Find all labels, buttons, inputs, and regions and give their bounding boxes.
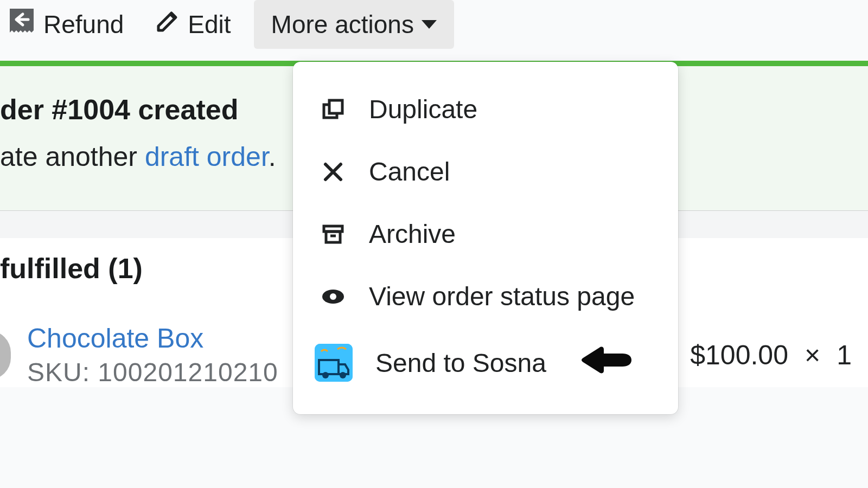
duplicate-icon: [320, 97, 346, 123]
svg-point-6: [330, 293, 336, 300]
refund-icon: [8, 7, 36, 43]
dropdown-item-view-status[interactable]: View order status page: [293, 265, 678, 328]
times-symbol: ×: [805, 339, 820, 371]
pointing-hand-icon: [580, 345, 634, 381]
dropdown-item-label: Archive: [369, 219, 456, 249]
line-item-price: $100.00 × 1: [690, 339, 852, 371]
dropdown-item-send-to-sosna[interactable]: Send to Sosna: [293, 328, 678, 398]
more-actions-dropdown: Duplicate Cancel Archive View order stat…: [293, 62, 678, 414]
banner-subtext-prefix: ate another: [0, 142, 145, 172]
eye-icon: [320, 284, 346, 310]
product-sku: SKU: 100201210210: [27, 357, 278, 387]
order-toolbar: Refund Edit More actions: [0, 0, 868, 61]
pencil-icon: [154, 9, 180, 41]
dropdown-item-label: Send to Sosna: [375, 348, 546, 378]
quantity: 1: [837, 339, 852, 371]
svg-rect-7: [315, 344, 353, 382]
more-actions-label: More actions: [271, 10, 414, 39]
caret-down-icon: [422, 20, 437, 29]
product-name-link[interactable]: Chocolate Box: [27, 323, 278, 354]
product-thumbnail: [0, 331, 11, 380]
edit-label: Edit: [188, 10, 231, 39]
dropdown-item-label: View order status page: [369, 281, 635, 311]
dropdown-item-archive[interactable]: Archive: [293, 203, 678, 265]
edit-button[interactable]: Edit: [146, 4, 238, 45]
svg-point-9: [322, 372, 329, 378]
dropdown-item-duplicate[interactable]: Duplicate: [293, 78, 678, 140]
refund-button[interactable]: Refund: [0, 2, 131, 47]
banner-subtext-suffix: .: [269, 142, 276, 172]
close-icon: [320, 159, 346, 185]
product-info: Chocolate Box SKU: 100201210210: [27, 323, 278, 387]
more-actions-button[interactable]: More actions: [254, 0, 454, 49]
refund-label: Refund: [43, 10, 124, 39]
dropdown-item-label: Duplicate: [369, 94, 477, 124]
dropdown-item-label: Cancel: [369, 157, 450, 187]
archive-icon: [320, 221, 346, 247]
unit-price: $100.00: [690, 339, 788, 371]
svg-point-10: [340, 372, 346, 378]
sosna-app-icon: [315, 344, 353, 382]
dropdown-item-cancel[interactable]: Cancel: [293, 140, 678, 203]
svg-rect-1: [329, 100, 342, 113]
draft-order-link[interactable]: draft order: [145, 142, 269, 172]
